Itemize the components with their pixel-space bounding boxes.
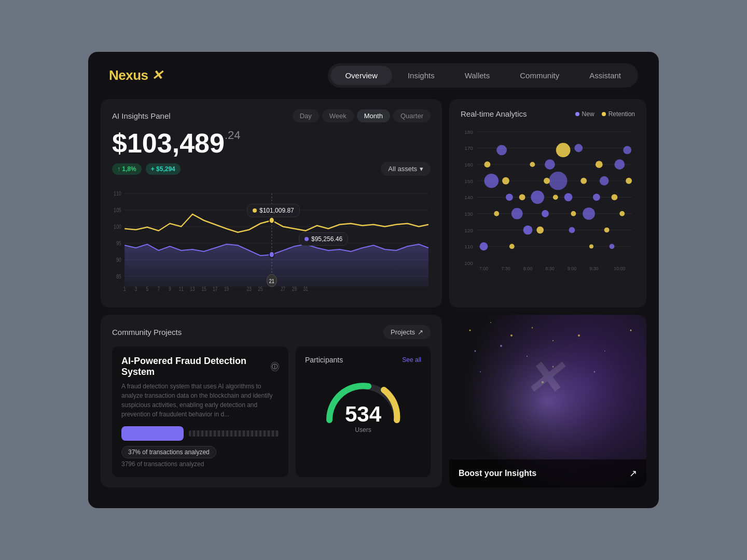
svg-text:11: 11 <box>179 286 184 292</box>
svg-text:105: 105 <box>114 207 121 213</box>
svg-point-58 <box>484 174 499 188</box>
logo-text: Nexus <box>109 67 148 83</box>
project-title-text: AI-Powered Fraud Detection System <box>121 356 267 377</box>
svg-point-100 <box>475 351 476 352</box>
svg-text:27: 27 <box>281 286 285 292</box>
participants-card: Participants See all 534 <box>296 346 431 477</box>
value-badges: ↑ 1,8% + $5,294 All assets ▾ <box>112 162 431 176</box>
svg-text:120: 120 <box>464 228 473 233</box>
legend-new-label: New <box>582 110 594 118</box>
ai-insights-panel: AI Insights Panel Day Week Month Quarter… <box>101 99 442 307</box>
time-btn-day[interactable]: Day <box>293 109 319 122</box>
svg-text:✕: ✕ <box>523 353 566 404</box>
tab-assistant[interactable]: Assistant <box>575 66 635 85</box>
gauge-chart: 534 <box>322 373 405 425</box>
community-title: Community Projects <box>112 328 182 337</box>
svg-text:95: 95 <box>116 240 121 246</box>
svg-text:100: 100 <box>464 260 473 266</box>
time-btn-month[interactable]: Month <box>357 109 390 122</box>
info-icon[interactable]: ⓘ <box>271 362 279 371</box>
svg-point-75 <box>623 146 631 155</box>
svg-text:29: 29 <box>292 286 297 292</box>
svg-text:170: 170 <box>464 145 473 151</box>
main-value-dollars: $103,489 <box>112 128 225 158</box>
logo-symbol: ✕ <box>148 67 163 83</box>
svg-point-82 <box>536 227 544 234</box>
scatter-svg: 180 170 160 150 140 130 120 110 100 7:00… <box>461 127 635 275</box>
boost-card[interactable]: ✕ Boost your Insights ↗ <box>449 315 646 487</box>
svg-text:160: 160 <box>464 162 473 167</box>
tab-wallets[interactable]: Wallets <box>450 66 505 85</box>
legend-new: New <box>575 110 594 118</box>
time-btn-week[interactable]: Week <box>322 109 354 122</box>
svg-point-91 <box>612 194 618 200</box>
main-grid: AI Insights Panel Day Week Month Quarter… <box>88 99 659 500</box>
realtime-header: Real-time Analytics New Retention <box>461 109 635 118</box>
transactions-text: 3796 of transactions analyzed <box>121 460 279 468</box>
svg-text:3: 3 <box>135 286 137 292</box>
svg-point-90 <box>604 228 610 233</box>
chart-svg: 110 105 100 95 90 85 <box>112 183 431 297</box>
time-btn-quarter[interactable]: Quarter <box>393 109 431 122</box>
boost-text: Boost your Insights <box>459 469 536 478</box>
svg-text:9: 9 <box>169 286 171 292</box>
svg-point-78 <box>502 177 509 185</box>
ai-panel-header: AI Insights Panel Day Week Month Quarter <box>112 109 431 122</box>
projects-label: Projects <box>391 328 415 336</box>
gauge-label: Users <box>355 426 371 433</box>
svg-point-64 <box>542 210 549 217</box>
svg-point-81 <box>530 162 535 167</box>
svg-text:8:30: 8:30 <box>545 266 554 271</box>
svg-text:15: 15 <box>201 286 206 292</box>
svg-text:10:00: 10:00 <box>614 266 625 271</box>
svg-point-62 <box>523 226 533 235</box>
svg-point-97 <box>510 334 513 337</box>
svg-point-88 <box>589 244 593 248</box>
progress-label: 37% of transactions analyzed <box>121 446 216 458</box>
see-all-link[interactable]: See all <box>402 356 421 363</box>
svg-point-59 <box>496 145 507 156</box>
tab-overview[interactable]: Overview <box>330 66 392 85</box>
community-panel: Community Projects Projects ↗ AI-Powered… <box>101 315 442 487</box>
legend-retention-label: Retention <box>608 110 635 118</box>
svg-point-84 <box>553 194 558 200</box>
svg-point-70 <box>583 207 595 220</box>
svg-point-87 <box>580 178 587 184</box>
scatter-chart: 180 170 160 150 140 130 120 110 100 7:00… <box>461 127 635 277</box>
svg-point-98 <box>532 327 533 329</box>
time-filters: Day Week Month Quarter <box>293 109 431 122</box>
gauge-number: 534 <box>345 403 381 425</box>
svg-text:7:00: 7:00 <box>479 266 488 271</box>
nav-tabs: Overview Insights Wallets Community Assi… <box>328 63 638 88</box>
assets-dropdown[interactable]: All assets ▾ <box>381 162 431 176</box>
svg-point-101 <box>500 345 502 347</box>
svg-point-66 <box>549 172 568 190</box>
svg-point-105 <box>604 351 605 352</box>
svg-text:25: 25 <box>258 286 263 292</box>
tab-insights[interactable]: Insights <box>393 66 449 85</box>
tab-community[interactable]: Community <box>505 66 574 85</box>
percent-badge: ↑ 1,8% <box>112 163 142 175</box>
svg-point-14 <box>269 217 274 223</box>
svg-text:5: 5 <box>146 286 148 292</box>
progress-row <box>121 426 279 441</box>
svg-point-86 <box>571 211 576 216</box>
participants-title: Participants <box>305 356 343 364</box>
svg-point-74 <box>614 159 625 170</box>
svg-text:90: 90 <box>116 257 121 263</box>
progress-fill-block <box>121 426 184 441</box>
svg-point-109 <box>594 371 596 373</box>
chevron-down-icon: ▾ <box>420 165 423 173</box>
legend: New Retention <box>575 110 635 118</box>
svg-point-57 <box>480 242 488 250</box>
app-logo: Nexus ✕ <box>109 67 163 83</box>
svg-text:31: 31 <box>303 286 308 292</box>
svg-point-104 <box>578 334 580 337</box>
main-value: $103,489.24 <box>112 130 431 157</box>
legend-new-dot <box>575 112 579 116</box>
svg-point-63 <box>531 191 544 204</box>
svg-text:23: 23 <box>247 286 252 292</box>
svg-point-96 <box>490 322 491 323</box>
projects-button[interactable]: Projects ↗ <box>383 325 431 339</box>
community-header: Community Projects Projects ↗ <box>112 325 431 339</box>
